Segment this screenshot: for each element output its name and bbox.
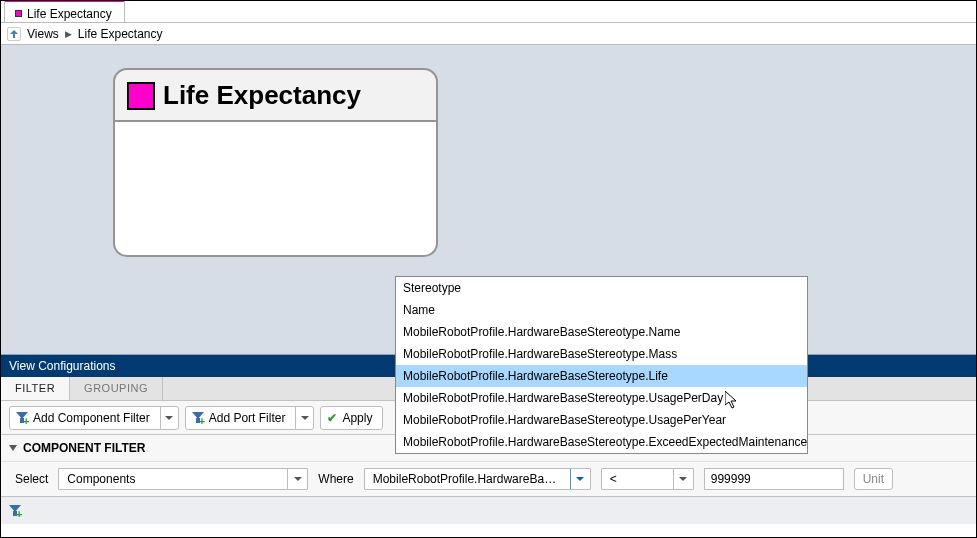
subtab-grouping[interactable]: GROUPING xyxy=(70,377,163,400)
bottom-toolbar: + xyxy=(1,496,976,524)
component-filter-row: Select Components Where MobileRobotProfi… xyxy=(1,462,976,496)
property-dropdown-popup: StereotypeNameMobileRobotProfile.Hardwar… xyxy=(395,276,808,454)
dropdown-option[interactable]: MobileRobotProfile.HardwareBaseStereotyp… xyxy=(396,431,807,453)
breadcrumb-separator-icon: ▶ xyxy=(65,29,72,39)
breadcrumb-root[interactable]: Views xyxy=(27,27,59,41)
tab-label: Life Expectancy xyxy=(27,7,112,21)
diagram-node-title: Life Expectancy xyxy=(163,80,361,111)
funnel-add-icon: + xyxy=(192,412,204,424)
document-tabbar: Life Expectancy xyxy=(1,1,976,23)
diagram-node[interactable]: Life Expectancy xyxy=(113,68,438,257)
add-filter-icon[interactable]: + xyxy=(9,505,21,517)
where-property-dropdown[interactable]: MobileRobotProfile.HardwareBaseSte... xyxy=(364,468,591,490)
nav-up-button[interactable] xyxy=(7,27,21,41)
funnel-add-icon: + xyxy=(16,412,28,424)
breadcrumb-current[interactable]: Life Expectancy xyxy=(78,27,163,41)
apply-button[interactable]: ✔ Apply xyxy=(320,406,383,430)
collapse-caret-icon xyxy=(9,445,17,451)
where-operator-dropdown[interactable]: < xyxy=(601,468,694,490)
where-value-input[interactable] xyxy=(704,468,844,490)
add-component-filter-button[interactable]: + Add Component Filter xyxy=(9,406,179,430)
select-target-dropdown[interactable]: Components xyxy=(58,468,308,490)
unit-button[interactable]: Unit xyxy=(854,468,893,490)
breadcrumb: Views ▶ Life Expectancy xyxy=(1,23,976,45)
dropdown-option[interactable]: MobileRobotProfile.HardwareBaseStereotyp… xyxy=(396,409,807,431)
dropdown-option[interactable]: MobileRobotProfile.HardwareBaseStereotyp… xyxy=(396,365,807,387)
select-label: Select xyxy=(15,472,48,486)
add-port-filter-caret[interactable] xyxy=(295,407,313,429)
dropdown-option[interactable]: Name xyxy=(396,299,807,321)
dropdown-option[interactable]: Stereotype xyxy=(396,277,807,299)
dropdown-option[interactable]: MobileRobotProfile.HardwareBaseStereotyp… xyxy=(396,343,807,365)
view-color-swatch-icon xyxy=(127,82,155,110)
tab-life-expectancy[interactable]: Life Expectancy xyxy=(4,0,125,22)
add-component-filter-caret[interactable] xyxy=(160,407,178,429)
diagram-node-body xyxy=(113,122,438,257)
where-label: Where xyxy=(318,472,353,486)
view-color-swatch-icon xyxy=(15,10,22,17)
dropdown-option[interactable]: MobileRobotProfile.HardwareBaseStereotyp… xyxy=(396,321,807,343)
add-port-filter-button[interactable]: + Add Port Filter xyxy=(185,406,315,430)
check-icon: ✔ xyxy=(327,411,337,425)
diagram-node-header: Life Expectancy xyxy=(113,68,438,122)
subtab-filter[interactable]: FILTER xyxy=(1,377,70,400)
dropdown-option[interactable]: MobileRobotProfile.HardwareBaseStereotyp… xyxy=(396,387,807,409)
